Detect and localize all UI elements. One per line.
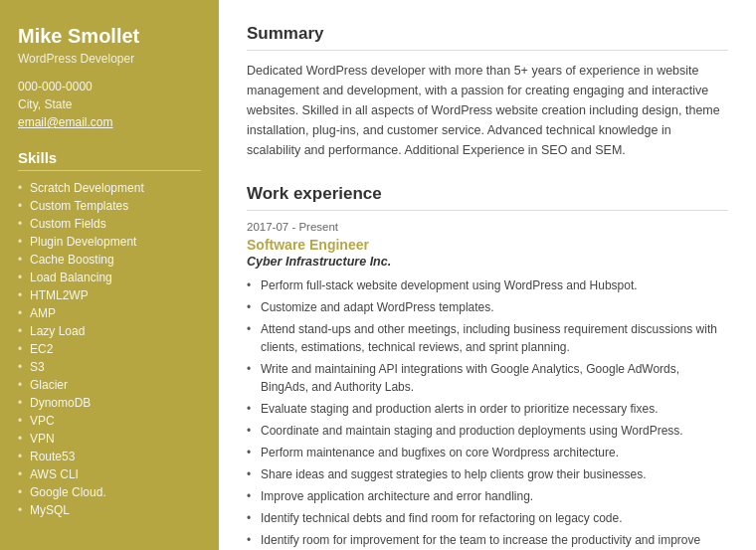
main-content: Summary Dedicated WordPress developer wi… [219, 0, 756, 550]
duty-item: Perform maintenance and bugfixes on core… [247, 444, 728, 461]
email-link[interactable]: email@email.com [18, 115, 201, 129]
skill-item: EC2 [18, 342, 201, 356]
duty-item: Evaluate staging and production alerts i… [247, 400, 728, 418]
skill-item: Cache Boosting [18, 253, 201, 267]
job-entry: 2017-07 - Present Software Engineer Cybe… [247, 221, 728, 550]
work-heading: Work experience [247, 184, 728, 211]
candidate-name: Mike Smollet [18, 24, 201, 48]
duty-item: Coordinate and maintain staging and prod… [247, 422, 728, 440]
skill-item: Load Balancing [18, 271, 201, 284]
duty-item: Identify technical debts and find room f… [247, 509, 728, 527]
duty-item: Share ideas and suggest strategies to he… [247, 465, 728, 483]
job-date: 2017-07 - Present [247, 221, 728, 233]
summary-text: Dedicated WordPress developer with more … [247, 61, 728, 160]
skill-item: VPC [18, 414, 201, 428]
skill-item: Custom Fields [18, 217, 201, 231]
skills-heading: Skills [18, 149, 201, 171]
resume-container: Mike Smollet WordPress Developer 000-000… [0, 0, 756, 550]
job-title: Software Engineer [247, 237, 728, 253]
skill-item: Route53 [18, 450, 201, 463]
skill-item: AWS CLI [18, 467, 201, 481]
duty-item: Write and maintaining API integrations w… [247, 360, 728, 396]
work-section: Work experience 2017-07 - Present Softwa… [247, 184, 728, 550]
skill-item: Glacier [18, 378, 201, 392]
skill-item: AMP [18, 306, 201, 320]
duty-item: Perform full-stack website development u… [247, 276, 728, 294]
phone-number: 000-000-0000 [18, 80, 201, 93]
duty-item: Identify room for improvement for the te… [247, 531, 728, 550]
candidate-title: WordPress Developer [18, 52, 201, 66]
duty-item: Customize and adapt WordPress templates. [247, 298, 728, 316]
skill-item: DynomoDB [18, 396, 201, 410]
skills-list: Scratch DevelopmentCustom TemplatesCusto… [18, 181, 201, 517]
duty-item: Improve application architecture and err… [247, 487, 728, 505]
skill-item: MySQL [18, 503, 201, 517]
summary-heading: Summary [247, 24, 728, 51]
skill-item: HTML2WP [18, 288, 201, 302]
sidebar: Mike Smollet WordPress Developer 000-000… [0, 0, 219, 550]
skill-item: S3 [18, 360, 201, 374]
skill-item: Google Cloud. [18, 485, 201, 499]
skill-item: VPN [18, 432, 201, 446]
job-duties-list: Perform full-stack website development u… [247, 276, 728, 550]
skill-item: Plugin Development [18, 235, 201, 249]
job-company: Cyber Infrastructure Inc. [247, 255, 728, 269]
skill-item: Lazy Load [18, 324, 201, 338]
skill-item: Custom Templates [18, 199, 201, 213]
duty-item: Attend stand-ups and other meetings, inc… [247, 320, 728, 356]
location: City, State [18, 97, 201, 111]
skill-item: Scratch Development [18, 181, 201, 195]
